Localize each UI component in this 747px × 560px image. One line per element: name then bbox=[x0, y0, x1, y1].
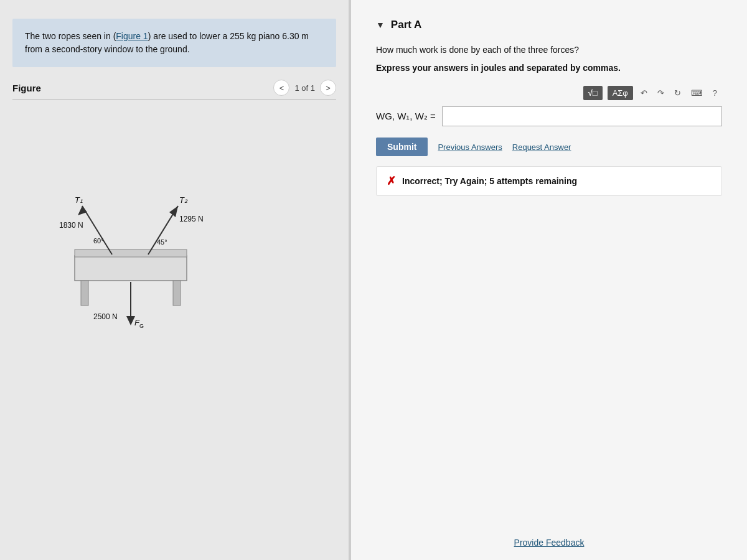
svg-text:60°: 60° bbox=[93, 237, 104, 245]
answer-input[interactable] bbox=[442, 106, 722, 126]
redo-button[interactable]: ↷ bbox=[655, 87, 667, 99]
submit-links: Previous Answers Request Answer bbox=[438, 142, 571, 152]
left-panel: The two ropes seen in (Figure 1) are use… bbox=[0, 0, 349, 560]
svg-marker-15 bbox=[126, 316, 135, 325]
undo-button[interactable]: ↶ bbox=[638, 87, 650, 99]
svg-line-4 bbox=[82, 206, 112, 254]
problem-text-box: The two ropes seen in (Figure 1) are use… bbox=[12, 19, 336, 67]
main-container: The two ropes seen in (Figure 1) are use… bbox=[0, 0, 747, 560]
part-title: Part A bbox=[391, 19, 421, 31]
figure-label: Figure bbox=[12, 83, 273, 93]
keyboard-button[interactable]: ⌨ bbox=[688, 87, 705, 99]
nav-prev-button[interactable]: < bbox=[273, 80, 289, 96]
question-line2: Express your answers in joules and separ… bbox=[376, 62, 722, 75]
incorrect-icon: ✗ bbox=[387, 174, 396, 188]
svg-text:G: G bbox=[139, 323, 144, 329]
nav-next-button[interactable]: > bbox=[320, 80, 336, 96]
request-answer-link[interactable]: Request Answer bbox=[512, 142, 571, 152]
figure-nav: < 1 of 1 > bbox=[273, 80, 336, 96]
submit-button[interactable]: Submit bbox=[376, 138, 428, 156]
svg-rect-1 bbox=[81, 281, 88, 306]
figure-link[interactable]: Figure 1 bbox=[116, 31, 148, 41]
svg-marker-10 bbox=[169, 206, 178, 217]
input-row: WG, W₁, W₂ = bbox=[376, 106, 722, 126]
svg-rect-3 bbox=[75, 250, 187, 257]
refresh-button[interactable]: ↻ bbox=[672, 87, 684, 99]
diagram-wrapper: T₁ 1830 N 60° T₂ 1295 N 45° 2500 N bbox=[12, 113, 336, 337]
collapse-arrow[interactable]: ▼ bbox=[376, 20, 385, 30]
part-header: ▼ Part A bbox=[376, 19, 722, 31]
answer-toolbar: √□ AΣφ ↶ ↷ ↻ ⌨ ? bbox=[376, 86, 722, 100]
svg-marker-5 bbox=[78, 206, 87, 215]
problem-text: The two ropes seen in (Figure 1) are use… bbox=[25, 31, 309, 54]
svg-text:45°: 45° bbox=[157, 238, 167, 246]
feedback-box: ✗ Incorrect; Try Again; 5 attempts remai… bbox=[376, 166, 722, 196]
input-label: WG, W₁, W₂ = bbox=[376, 111, 436, 122]
math-button[interactable]: √□ bbox=[583, 86, 603, 100]
question-line1: How much work is done by each of the thr… bbox=[376, 44, 722, 57]
figure-label-row: Figure < 1 of 1 > bbox=[12, 80, 336, 100]
svg-text:T₁: T₁ bbox=[75, 195, 83, 205]
submit-row: Submit Previous Answers Request Answer bbox=[376, 138, 722, 156]
provide-feedback-link[interactable]: Provide Feedback bbox=[376, 538, 722, 548]
figure-area: Figure < 1 of 1 > bbox=[0, 67, 349, 560]
svg-text:T₂: T₂ bbox=[179, 195, 188, 205]
svg-text:1295 N: 1295 N bbox=[179, 215, 204, 223]
diagram-svg: T₁ 1830 N 60° T₂ 1295 N 45° 2500 N bbox=[37, 162, 237, 337]
nav-page: 1 of 1 bbox=[294, 83, 315, 93]
svg-rect-0 bbox=[75, 256, 187, 281]
svg-text:1830 N: 1830 N bbox=[59, 221, 83, 230]
feedback-text: Incorrect; Try Again; 5 attempts remaini… bbox=[402, 176, 577, 186]
previous-answers-link[interactable]: Previous Answers bbox=[438, 142, 502, 152]
right-panel: ▼ Part A How much work is done by each o… bbox=[351, 0, 747, 560]
svg-rect-2 bbox=[173, 281, 181, 306]
svg-text:2500 N: 2500 N bbox=[93, 312, 118, 321]
help-button[interactable]: ? bbox=[710, 87, 720, 99]
greek-button[interactable]: AΣφ bbox=[608, 86, 633, 100]
